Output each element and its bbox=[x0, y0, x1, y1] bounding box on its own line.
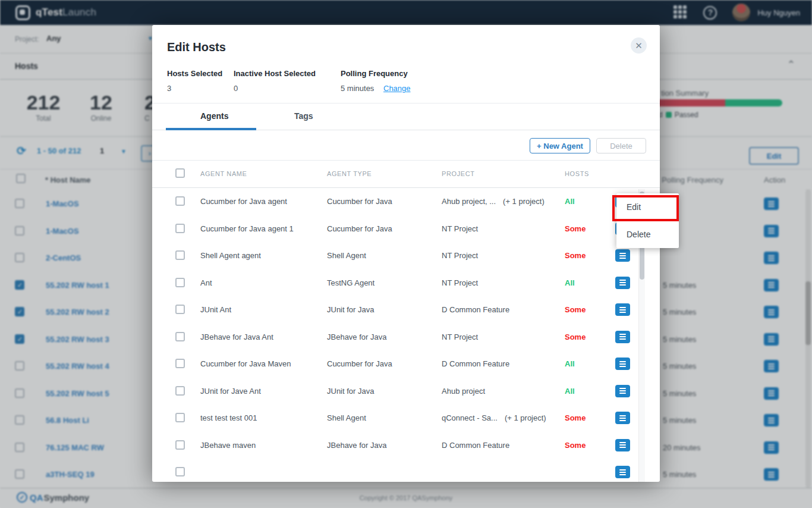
agent-row-actions-button[interactable] bbox=[615, 249, 630, 262]
agent-type: Shell Agent bbox=[327, 413, 366, 422]
agent-name: Ant bbox=[200, 278, 212, 287]
agent-table-row: test test test 001 Shell Agent qConnect … bbox=[152, 404, 660, 432]
agent-row-actions-button[interactable] bbox=[615, 277, 630, 289]
agent-hosts-status: Some bbox=[565, 305, 586, 314]
agent-type: JBehave for Java bbox=[327, 333, 386, 341]
agent-name: Cucumber for Java Maven bbox=[200, 359, 291, 368]
modal-tabs: Agents Tags bbox=[152, 104, 660, 130]
modal-title: Edit Hosts bbox=[167, 40, 226, 54]
polling-frequency-value: 5 minutes bbox=[341, 84, 374, 93]
agent-name: test test test 001 bbox=[200, 413, 257, 422]
agent-name: Cucumber for Java agent 1 bbox=[200, 224, 294, 233]
agent-row-checkbox[interactable] bbox=[175, 278, 185, 287]
new-agent-button[interactable]: + New Agent bbox=[530, 138, 590, 153]
polling-frequency-label: Polling Frequency bbox=[341, 69, 408, 78]
agent-table-row bbox=[152, 459, 660, 482]
select-all-agents-checkbox[interactable] bbox=[175, 168, 185, 178]
agent-row-checkbox[interactable] bbox=[175, 386, 185, 396]
agent-table-row: Ant TestNG Agent NT Project All bbox=[152, 269, 660, 297]
agent-type: JUnit for Java bbox=[327, 387, 374, 396]
agent-row-actions-button[interactable] bbox=[615, 466, 630, 478]
agent-table-row: Cucumber for Java agent 1 Cucumber for J… bbox=[152, 215, 660, 243]
agent-project: D Common Feature bbox=[442, 441, 517, 450]
agent-hosts-status: Some bbox=[565, 333, 586, 341]
agent-hosts-status: Some bbox=[565, 224, 586, 233]
agent-project: NT Project bbox=[442, 278, 485, 287]
agent-type-column-header: AGENT TYPE bbox=[327, 170, 372, 177]
agent-project: D Common Feature bbox=[442, 359, 517, 368]
tab-agents[interactable]: Agents bbox=[200, 111, 228, 121]
agent-table-row: Cucumber for Java Maven Cucumber for Jav… bbox=[152, 350, 660, 378]
agent-table-row: JUnit for Jave Ant JUnit for Java Ahub p… bbox=[152, 378, 660, 405]
agent-hosts-status: All bbox=[565, 359, 575, 368]
context-menu-delete[interactable]: Delete bbox=[616, 221, 679, 248]
agent-row-checkbox[interactable] bbox=[175, 250, 185, 260]
agent-project bbox=[442, 468, 449, 476]
agent-type: Shell Agent bbox=[327, 251, 366, 260]
agent-row-checkbox[interactable] bbox=[175, 196, 185, 206]
agent-project: NT Project bbox=[442, 224, 485, 233]
agent-table-body: Cucumber for Java agent Cucumber for Jav… bbox=[152, 188, 660, 482]
agent-project: qConnect - Sa...(+ 1 project) bbox=[442, 413, 546, 422]
agent-hosts-status: All bbox=[565, 387, 575, 396]
agent-hosts-status: Some bbox=[565, 413, 586, 422]
agent-row-actions-button[interactable] bbox=[615, 439, 630, 451]
agent-row-checkbox[interactable] bbox=[175, 467, 185, 476]
agent-row-actions-button[interactable] bbox=[615, 412, 630, 424]
agent-row-checkbox[interactable] bbox=[175, 413, 185, 422]
annotation-highlight bbox=[612, 195, 679, 221]
agent-project: NT Project bbox=[442, 251, 485, 260]
agent-type: TestNG Agent bbox=[327, 278, 374, 287]
hosts-selected-label: Hosts Selected bbox=[167, 69, 222, 78]
agent-type: Cucumber for Java bbox=[327, 359, 392, 368]
agent-hosts-status: Some bbox=[565, 251, 586, 260]
hosts-column-header: HOSTS bbox=[565, 170, 589, 177]
agent-project: Ahub project, ...(+ 1 project) bbox=[442, 197, 545, 206]
agent-row-checkbox[interactable] bbox=[175, 440, 185, 450]
edit-hosts-modal: ✕ Edit Hosts Hosts Selected Inactive Hos… bbox=[152, 25, 660, 482]
agents-toolbar: + New Agent Delete bbox=[152, 130, 660, 161]
agent-type: JBehave for Java bbox=[327, 441, 386, 450]
inactive-host-value: 0 bbox=[234, 84, 238, 93]
screen: qTestLaunch ? Huy Nguyen Project: Any ▼ … bbox=[0, 0, 812, 508]
agent-name: JBehave maven bbox=[200, 441, 256, 450]
hosts-selected-value: 3 bbox=[167, 84, 171, 93]
agent-row-checkbox[interactable] bbox=[175, 332, 185, 341]
agent-project: D Common Feature bbox=[442, 305, 517, 314]
agent-table-header: AGENT NAME AGENT TYPE PROJECT HOSTS bbox=[152, 161, 660, 188]
agent-name-column-header: AGENT NAME bbox=[200, 170, 247, 177]
agent-row-actions-button[interactable] bbox=[615, 385, 630, 397]
agent-row-checkbox[interactable] bbox=[175, 359, 185, 368]
agent-name: Shell Agent agent bbox=[200, 251, 261, 260]
agent-row-actions-button[interactable] bbox=[615, 358, 630, 370]
agent-name: JUnit for Jave Ant bbox=[200, 387, 261, 396]
inactive-host-label: Inactive Host Selected bbox=[234, 69, 316, 78]
agent-table-row: Shell Agent agent Shell Agent NT Project… bbox=[152, 242, 660, 269]
agent-name: Cucumber for Java agent bbox=[200, 197, 287, 206]
close-icon[interactable]: ✕ bbox=[631, 37, 647, 54]
agent-row-actions-button[interactable] bbox=[615, 331, 630, 343]
change-polling-link[interactable]: Change bbox=[383, 84, 411, 93]
agent-type: JUnit for Java bbox=[327, 305, 374, 314]
delete-agents-button[interactable]: Delete bbox=[596, 138, 646, 153]
agent-table-row: JBehave maven JBehave for Java D Common … bbox=[152, 432, 660, 459]
agent-project: NT Project bbox=[442, 333, 485, 341]
agent-name: JBehave for Java Ant bbox=[200, 333, 273, 341]
agent-table-row: Cucumber for Java agent Cucumber for Jav… bbox=[152, 188, 660, 215]
agent-table-row: JUnit Ant JUnit for Java D Common Featur… bbox=[152, 296, 660, 324]
agent-type: Cucumber for Java bbox=[327, 224, 392, 233]
agent-hosts-status: All bbox=[565, 278, 575, 287]
agent-hosts-status: Some bbox=[565, 441, 586, 450]
agent-row-actions-button[interactable] bbox=[615, 303, 630, 316]
agent-table-row: JBehave for Java Ant JBehave for Java NT… bbox=[152, 324, 660, 351]
tab-tags[interactable]: Tags bbox=[294, 111, 313, 121]
agent-type: Cucumber for Java bbox=[327, 197, 392, 206]
agent-project: Ahub project bbox=[442, 387, 492, 396]
agent-row-checkbox[interactable] bbox=[175, 224, 185, 233]
agent-row-checkbox[interactable] bbox=[175, 305, 185, 314]
agent-hosts-status: All bbox=[565, 197, 575, 206]
agent-name: JUnit Ant bbox=[200, 305, 231, 314]
project-column-header: PROJECT bbox=[442, 170, 475, 177]
